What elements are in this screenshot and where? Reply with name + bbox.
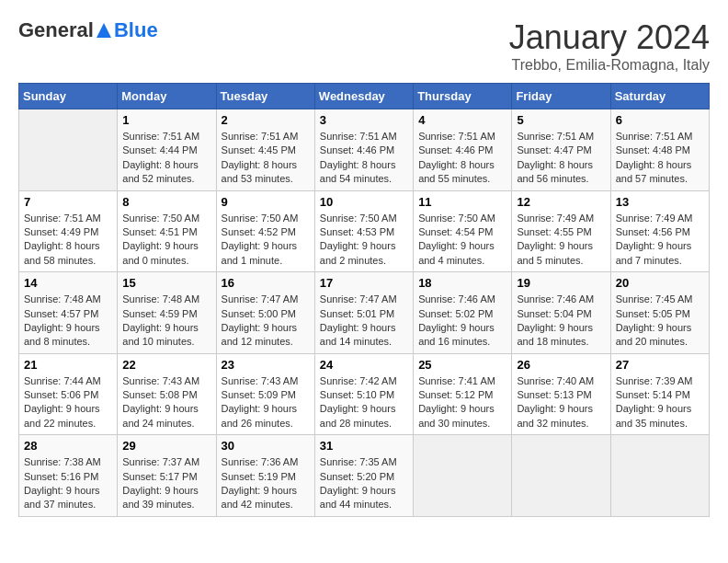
day-header-tuesday: Tuesday bbox=[216, 84, 314, 109]
day-number: 18 bbox=[418, 276, 506, 290]
sunrise-text: Sunrise: 7:47 AM bbox=[222, 293, 299, 304]
day-number: 15 bbox=[122, 276, 210, 290]
day-number: 3 bbox=[320, 113, 408, 127]
calendar-cell: 21 Sunrise: 7:44 AM Sunset: 5:06 PM Dayl… bbox=[19, 353, 118, 435]
day-info: Sunrise: 7:44 AM Sunset: 5:06 PM Dayligh… bbox=[24, 374, 112, 431]
sunset-text: Sunset: 5:09 PM bbox=[222, 389, 296, 400]
day-header-monday: Monday bbox=[118, 84, 216, 109]
sunset-text: Sunset: 4:55 PM bbox=[517, 226, 591, 237]
calendar-cell: 10 Sunrise: 7:50 AM Sunset: 4:53 PM Dayl… bbox=[314, 190, 413, 272]
week-row-4: 21 Sunrise: 7:44 AM Sunset: 5:06 PM Dayl… bbox=[19, 353, 710, 435]
sunrise-text: Sunrise: 7:40 AM bbox=[517, 375, 594, 386]
sunrise-text: Sunrise: 7:43 AM bbox=[122, 375, 199, 386]
day-number: 11 bbox=[418, 195, 506, 209]
daylight-text: Daylight: 9 hours and 30 minutes. bbox=[418, 403, 495, 428]
sunrise-text: Sunrise: 7:41 AM bbox=[418, 375, 495, 386]
day-info: Sunrise: 7:37 AM Sunset: 5:17 PM Dayligh… bbox=[122, 455, 210, 512]
day-info: Sunrise: 7:39 AM Sunset: 5:14 PM Dayligh… bbox=[616, 374, 704, 431]
sunrise-text: Sunrise: 7:43 AM bbox=[222, 375, 299, 386]
daylight-text: Daylight: 8 hours and 54 minutes. bbox=[320, 159, 396, 184]
sunrise-text: Sunrise: 7:49 AM bbox=[517, 213, 594, 224]
sunset-text: Sunset: 5:08 PM bbox=[122, 389, 197, 400]
sunrise-text: Sunrise: 7:46 AM bbox=[517, 293, 594, 304]
calendar-cell bbox=[610, 435, 709, 517]
sunrise-text: Sunrise: 7:51 AM bbox=[616, 131, 693, 142]
logo-blue-text: Blue bbox=[114, 18, 158, 42]
day-number: 29 bbox=[122, 439, 210, 453]
sunrise-text: Sunrise: 7:51 AM bbox=[418, 131, 495, 142]
calendar-cell: 6 Sunrise: 7:51 AM Sunset: 4:48 PM Dayli… bbox=[610, 109, 709, 191]
day-number: 17 bbox=[320, 276, 408, 290]
daylight-text: Daylight: 9 hours and 26 minutes. bbox=[222, 403, 298, 428]
calendar-cell: 11 Sunrise: 7:50 AM Sunset: 4:54 PM Dayl… bbox=[414, 190, 512, 272]
daylight-text: Daylight: 9 hours and 28 minutes. bbox=[320, 403, 396, 428]
day-number: 1 bbox=[122, 113, 210, 127]
daylight-text: Daylight: 9 hours and 22 minutes. bbox=[24, 403, 100, 428]
calendar-cell: 30 Sunrise: 7:36 AM Sunset: 5:19 PM Dayl… bbox=[216, 435, 314, 517]
calendar-cell: 17 Sunrise: 7:47 AM Sunset: 5:01 PM Dayl… bbox=[314, 272, 413, 354]
sunset-text: Sunset: 4:54 PM bbox=[418, 226, 493, 237]
daylight-text: Daylight: 8 hours and 55 minutes. bbox=[418, 159, 495, 184]
sunrise-text: Sunrise: 7:50 AM bbox=[122, 213, 199, 224]
sunrise-text: Sunrise: 7:38 AM bbox=[24, 456, 101, 467]
sunrise-text: Sunrise: 7:50 AM bbox=[222, 213, 299, 224]
day-number: 28 bbox=[24, 439, 112, 453]
day-info: Sunrise: 7:51 AM Sunset: 4:49 PM Dayligh… bbox=[24, 212, 112, 269]
day-number: 5 bbox=[517, 113, 605, 127]
day-info: Sunrise: 7:43 AM Sunset: 5:09 PM Dayligh… bbox=[222, 374, 310, 431]
day-header-thursday: Thursday bbox=[414, 84, 512, 109]
daylight-text: Daylight: 9 hours and 0 minutes. bbox=[122, 240, 199, 265]
calendar-cell: 3 Sunrise: 7:51 AM Sunset: 4:46 PM Dayli… bbox=[314, 109, 413, 191]
day-number: 8 bbox=[122, 195, 210, 209]
day-info: Sunrise: 7:40 AM Sunset: 5:13 PM Dayligh… bbox=[517, 374, 605, 431]
sunset-text: Sunset: 5:04 PM bbox=[517, 308, 591, 319]
daylight-text: Daylight: 9 hours and 7 minutes. bbox=[616, 240, 692, 265]
sunrise-text: Sunrise: 7:48 AM bbox=[122, 293, 199, 304]
sunrise-text: Sunrise: 7:51 AM bbox=[24, 213, 101, 224]
calendar-cell: 19 Sunrise: 7:46 AM Sunset: 5:04 PM Dayl… bbox=[512, 272, 610, 354]
location-text: Trebbo, Emilia-Romagna, Italy bbox=[509, 57, 710, 74]
sunset-text: Sunset: 5:17 PM bbox=[122, 471, 197, 482]
sunrise-text: Sunrise: 7:51 AM bbox=[320, 131, 397, 142]
sunset-text: Sunset: 4:57 PM bbox=[24, 308, 98, 319]
day-header-friday: Friday bbox=[512, 84, 610, 109]
day-info: Sunrise: 7:35 AM Sunset: 5:20 PM Dayligh… bbox=[320, 455, 408, 512]
daylight-text: Daylight: 8 hours and 56 minutes. bbox=[517, 159, 593, 184]
sunrise-text: Sunrise: 7:48 AM bbox=[24, 293, 101, 304]
calendar-cell bbox=[512, 435, 610, 517]
sunset-text: Sunset: 4:47 PM bbox=[517, 144, 591, 155]
sunrise-text: Sunrise: 7:36 AM bbox=[222, 456, 299, 467]
sunrise-text: Sunrise: 7:45 AM bbox=[616, 293, 693, 304]
calendar-cell: 28 Sunrise: 7:38 AM Sunset: 5:16 PM Dayl… bbox=[19, 435, 118, 517]
day-info: Sunrise: 7:46 AM Sunset: 5:04 PM Dayligh… bbox=[517, 293, 605, 350]
sunrise-text: Sunrise: 7:49 AM bbox=[616, 213, 693, 224]
daylight-text: Daylight: 8 hours and 58 minutes. bbox=[24, 240, 100, 265]
calendar-body: 1 Sunrise: 7:51 AM Sunset: 4:44 PM Dayli… bbox=[19, 109, 710, 517]
sunset-text: Sunset: 5:16 PM bbox=[24, 471, 98, 482]
sunset-text: Sunset: 4:56 PM bbox=[616, 226, 690, 237]
sunset-text: Sunset: 4:44 PM bbox=[122, 144, 197, 155]
daylight-text: Daylight: 9 hours and 14 minutes. bbox=[320, 322, 396, 347]
daylight-text: Daylight: 8 hours and 52 minutes. bbox=[122, 159, 199, 184]
day-info: Sunrise: 7:49 AM Sunset: 4:56 PM Dayligh… bbox=[616, 212, 704, 269]
sunset-text: Sunset: 5:06 PM bbox=[24, 389, 98, 400]
day-info: Sunrise: 7:50 AM Sunset: 4:52 PM Dayligh… bbox=[222, 212, 310, 269]
title-section: January 2024 Trebbo, Emilia-Romagna, Ita… bbox=[509, 18, 710, 74]
daylight-text: Daylight: 9 hours and 5 minutes. bbox=[517, 240, 593, 265]
calendar-cell: 12 Sunrise: 7:49 AM Sunset: 4:55 PM Dayl… bbox=[512, 190, 610, 272]
calendar-cell: 4 Sunrise: 7:51 AM Sunset: 4:46 PM Dayli… bbox=[414, 109, 512, 191]
logo: General Blue bbox=[18, 18, 158, 42]
logo-general-text: General bbox=[18, 18, 94, 42]
day-info: Sunrise: 7:51 AM Sunset: 4:44 PM Dayligh… bbox=[122, 130, 210, 187]
logo-icon bbox=[95, 21, 113, 40]
sunset-text: Sunset: 4:52 PM bbox=[222, 226, 296, 237]
day-header-wednesday: Wednesday bbox=[314, 84, 413, 109]
day-info: Sunrise: 7:47 AM Sunset: 5:01 PM Dayligh… bbox=[320, 293, 408, 350]
day-info: Sunrise: 7:42 AM Sunset: 5:10 PM Dayligh… bbox=[320, 374, 408, 431]
daylight-text: Daylight: 8 hours and 53 minutes. bbox=[222, 159, 298, 184]
day-info: Sunrise: 7:45 AM Sunset: 5:05 PM Dayligh… bbox=[616, 293, 704, 350]
daylight-text: Daylight: 9 hours and 37 minutes. bbox=[24, 485, 100, 510]
daylight-text: Daylight: 9 hours and 8 minutes. bbox=[24, 322, 100, 347]
daylight-text: Daylight: 9 hours and 39 minutes. bbox=[122, 485, 199, 510]
day-number: 23 bbox=[222, 358, 310, 372]
